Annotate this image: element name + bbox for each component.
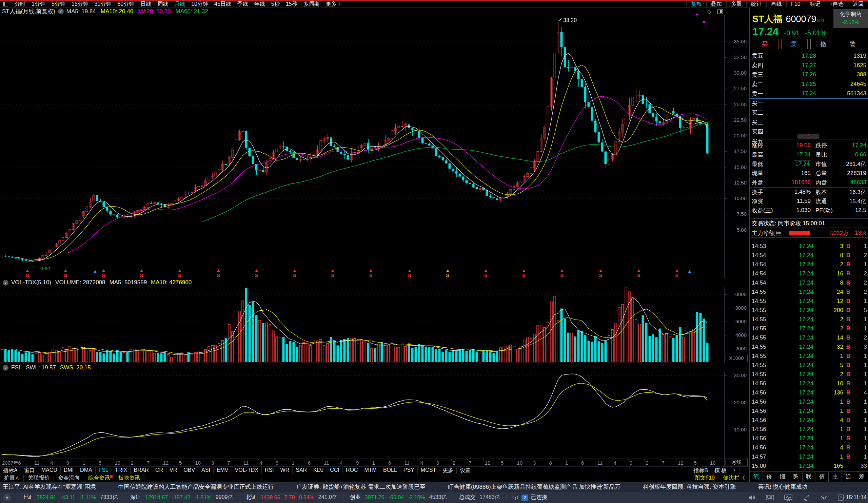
indicator-tab[interactable]: 设置	[457, 467, 474, 474]
indicator-tab[interactable]: BRAR	[131, 467, 152, 474]
index-quote[interactable]: 上证3824.81-43.11-1.11%7333亿	[16, 494, 124, 501]
indicator-tab[interactable]: DMA	[77, 467, 96, 474]
indicator-tab[interactable]: KDJ	[310, 467, 327, 474]
period-tab[interactable]: 5分钟	[49, 1, 69, 7]
bid-row[interactable]: 买三	[750, 118, 868, 127]
indicator-tab[interactable]: 更多	[440, 467, 457, 474]
quote-tab[interactable]: 笔	[750, 472, 763, 482]
ask-row[interactable]: 卖三17.26388	[750, 70, 868, 80]
news-item[interactable]: 叮当健康(09886)上架鱼跃新品持续葡萄糖监测产品 加快推进‘新品万	[448, 483, 620, 491]
indicator-tab[interactable]: MTM	[361, 467, 380, 474]
ask-row[interactable]: 卖四17.271625	[750, 61, 868, 70]
collapse-chevron-icon[interactable]: ∨	[3, 365, 9, 371]
indicator-tab[interactable]: FSL	[96, 467, 112, 474]
diamond-icon[interactable]: ◇	[707, 8, 711, 14]
collapse-pill[interactable]: ^	[797, 134, 819, 140]
period-tab[interactable]: 10分钟	[188, 1, 211, 7]
indicator-tab-right[interactable]: +	[730, 467, 740, 474]
indicator-tab-right[interactable]: 模 板	[711, 467, 730, 474]
period-tab[interactable]: 60分钟	[114, 1, 137, 7]
period-tab[interactable]: 1分钟	[29, 1, 49, 7]
indicator-tab-right[interactable]: 指标B	[690, 467, 711, 474]
toolbar-button[interactable]: 画线	[766, 1, 786, 8]
buy-button[interactable]: 买	[752, 39, 778, 49]
indicator-tab[interactable]: 窗口	[21, 467, 38, 474]
toolbar-button[interactable]: 返回	[848, 1, 868, 8]
ask-row[interactable]: 卖一17.24561343	[750, 89, 868, 99]
period-tab[interactable]: 多周期	[300, 1, 323, 7]
period-tab[interactable]: 季线	[234, 1, 251, 7]
info-subtab-right[interactable]: 侧边栏《	[719, 474, 749, 482]
indicator-tab[interactable]: VOL-TDX	[232, 467, 262, 474]
quote-tab[interactable]: 价	[763, 472, 776, 482]
indicator-tab[interactable]: TRIX	[112, 467, 131, 474]
period-tab[interactable]: 日线	[137, 1, 154, 7]
info-subtab[interactable]: 板块资讯	[114, 474, 144, 482]
toolbar-button[interactable]: +自选	[825, 1, 848, 8]
indicator-tab[interactable]: PSY	[401, 467, 418, 474]
info-subtab-right[interactable]: 图文F10	[690, 474, 719, 482]
news-ticker[interactable]: 王江平: AI科学发现存在“堰塞湖”困境中国信通院建设的人工智能产品安全漏洞专业…	[0, 482, 868, 492]
period-tab[interactable]: 更多 〉	[323, 1, 347, 7]
info-subtab[interactable]: 关联报价	[24, 474, 54, 482]
indicator-tab-right[interactable]: −	[740, 467, 749, 474]
index-quote[interactable]: 北证1439.657.700.54%241.0亿	[239, 494, 343, 501]
collapse-chevron-icon[interactable]: ∨	[3, 280, 9, 286]
period-tab[interactable]: 15秒	[283, 1, 300, 7]
indicator-tab[interactable]: DMI	[61, 467, 77, 474]
quote-tab[interactable]: 联	[803, 472, 816, 482]
bid-row[interactable]: 买一	[750, 99, 868, 108]
ask-row[interactable]: 卖五17.281319	[750, 51, 868, 61]
quote-tab[interactable]: 细	[776, 472, 789, 482]
info-subtab[interactable]: 综合资讯	[84, 474, 114, 482]
indicator-tab[interactable]: MCST	[418, 467, 440, 474]
quote-tab[interactable]: 主	[829, 472, 842, 482]
news-item[interactable]: 中国信通院建设的人工智能产品安全漏洞专业库正式上线运行	[118, 483, 274, 491]
panel-toggle-icon[interactable]	[717, 9, 723, 14]
quote-tab[interactable]: 值	[815, 472, 829, 482]
period-tab[interactable]: 周线	[154, 1, 171, 7]
period-tab[interactable]: 月线	[171, 1, 188, 7]
indicator-tab[interactable]: RSI	[262, 467, 277, 474]
sell-button[interactable]: 卖	[781, 39, 808, 49]
satellite-icon[interactable]	[803, 494, 810, 501]
quote-tab[interactable]: 逆	[842, 472, 855, 482]
period-tab[interactable]: 5秒	[268, 1, 283, 7]
layout-split-icon[interactable]	[3, 2, 8, 7]
toolbar-button[interactable]: 多股	[726, 1, 746, 8]
indicator-tab[interactable]: OBV	[180, 467, 198, 474]
quote-tab[interactable]: 筹	[855, 472, 868, 482]
indicator-tab[interactable]: WR	[277, 467, 293, 474]
tick-list[interactable]: 14:5317.243B114:5417.248B214:5417.242B11…	[750, 242, 868, 470]
keyboard-icon[interactable]	[766, 494, 774, 501]
indicator-tab[interactable]: SAR	[293, 467, 310, 474]
period-tab[interactable]: 15分钟	[69, 1, 92, 7]
indicator-tab[interactable]: ROC	[343, 467, 361, 474]
index-quote[interactable]: 创业3071.76-66.04-2.10%4533亿	[344, 494, 453, 501]
quote-tab[interactable]: 势	[789, 472, 803, 482]
ask-row[interactable]: 卖二17.2524645	[750, 79, 868, 89]
indicator-tab[interactable]: ASI	[198, 467, 214, 474]
industry-badge[interactable]: 化学制药 -2.52%	[834, 9, 868, 28]
collapse-chevron-icon[interactable]: ∨	[58, 9, 64, 14]
indicator-tab[interactable]: 指标A	[0, 467, 21, 474]
indicator-tab[interactable]: EMV	[214, 467, 232, 474]
news-item[interactable]: 王江平: AI科学发现存在“堰塞湖”困境	[3, 483, 96, 491]
cancel-button[interactable]: 撤	[810, 39, 837, 49]
monitor-pulse-icon[interactable]	[784, 494, 792, 501]
news-item[interactable]: 科创板年度回顾: 科技自强, 资本引擎	[643, 483, 736, 491]
main-chart-canvas[interactable]	[0, 15, 749, 466]
siren-icon[interactable]	[820, 494, 828, 501]
toolbar-button[interactable]: 标记	[805, 1, 825, 8]
news-item[interactable]: 喜讯! 悦心健康成功	[758, 483, 807, 491]
alert-button[interactable]: 警	[840, 39, 867, 49]
period-tab[interactable]: 年线	[251, 1, 268, 7]
info-subtab[interactable]: 资金流向	[54, 474, 84, 482]
status-chevron-icon[interactable]: ∨	[3, 494, 11, 501]
indicator-tab[interactable]: MACD	[38, 467, 61, 474]
main-force-row[interactable]: 主力净额 5032万 13%	[750, 229, 868, 238]
news-item[interactable]: 广发证券: 散货船+油轮复苏 需求二次加速阶段已至	[296, 483, 425, 491]
toolbar-button[interactable]: 统计	[746, 1, 766, 8]
speaker-icon[interactable]	[748, 494, 756, 501]
period-tab[interactable]: 分时	[11, 1, 29, 7]
